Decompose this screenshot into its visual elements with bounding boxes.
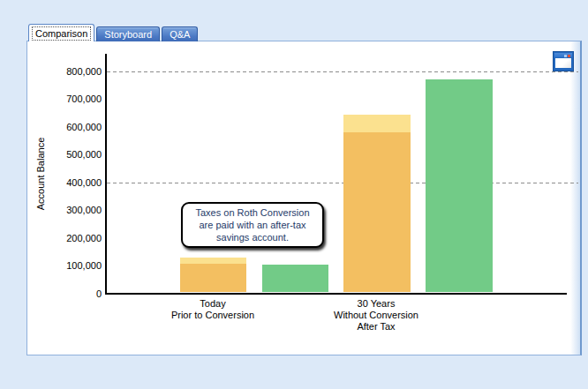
x-axis-line: [105, 293, 567, 295]
x-axis-group-label: 30 YearsWithout ConversionAfter Tax: [288, 298, 464, 333]
tab-storyboard-label: Storyboard: [104, 29, 152, 40]
dashed-gridline: [107, 183, 578, 183]
x-axis-label-line: Without Conversion: [288, 310, 464, 321]
tab-storyboard[interactable]: Storyboard: [96, 26, 160, 41]
y-tick-label: 300,000: [27, 204, 102, 216]
app-background: Comparison Storyboard Q&A Account Balanc…: [0, 0, 588, 389]
y-tick-label: 700,000: [27, 93, 102, 105]
x-axis-label-line: 30 Years: [288, 298, 464, 310]
x-axis-group-label: TodayPrior to Conversion: [124, 298, 301, 321]
y-tick-label: 100,000: [27, 259, 102, 272]
x-axis-label-line: Prior to Conversion: [124, 310, 301, 321]
bar-segment: [180, 258, 246, 264]
popup-window-icon-minimize-dot: [564, 55, 567, 57]
y-tick-label: 500,000: [27, 148, 102, 161]
annotation-callout: Taxes on Roth Conversion are paid with a…: [181, 202, 324, 248]
tab-bar: Comparison Storyboard Q&A: [28, 24, 198, 41]
bar-segment: [426, 79, 493, 292]
tab-comparison[interactable]: Comparison: [28, 24, 94, 41]
x-axis-label-line: Today: [124, 298, 301, 310]
popup-window-icon-titlebar: [554, 53, 572, 57]
bar-segment: [262, 265, 328, 292]
tab-comparison-label: Comparison: [33, 27, 90, 40]
chart-panel: Account Balance 0100,000200,000300,00040…: [26, 41, 582, 355]
popup-window-icon[interactable]: [553, 51, 574, 71]
x-axis-label-line: After Tax: [288, 321, 464, 333]
y-tick-label: 600,000: [27, 121, 102, 133]
annotation-line: savings account.: [185, 231, 320, 243]
bar-segment: [180, 264, 246, 292]
popup-window-icon-body: [555, 58, 571, 68]
y-axis-line: [105, 54, 107, 295]
y-tick-label: 0: [27, 288, 102, 300]
y-tick-label: 400,000: [27, 176, 102, 189]
annotation-line: are paid with an after-tax: [185, 219, 320, 231]
bar-segment: [343, 115, 411, 132]
y-tick-label: 200,000: [27, 232, 102, 244]
chart-area: Account Balance 0100,000200,000300,00040…: [27, 41, 580, 355]
y-tick-label: 800,000: [27, 65, 102, 78]
tab-qa[interactable]: Q&A: [162, 26, 198, 41]
bar-segment: [343, 132, 411, 291]
tab-qa-label: Q&A: [170, 29, 190, 40]
annotation-line: Taxes on Roth Conversion: [185, 206, 320, 219]
popup-window-icon-close-dot: [568, 55, 570, 57]
dashed-gridline: [107, 71, 578, 72]
